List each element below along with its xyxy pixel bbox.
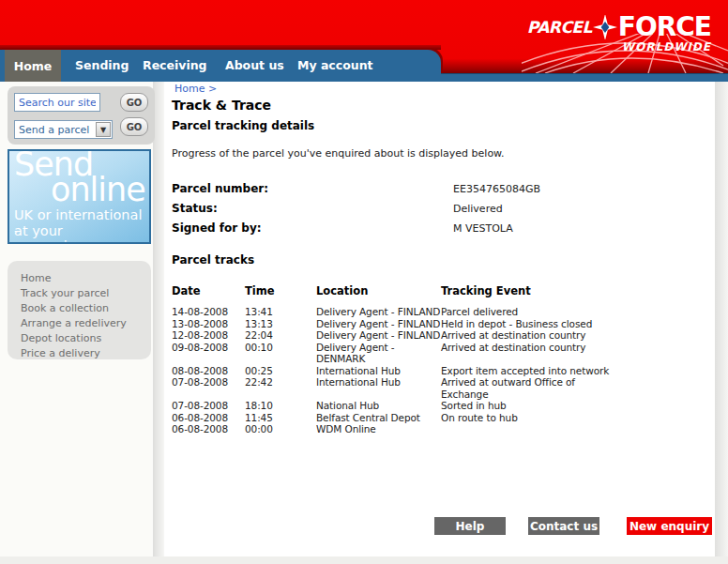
sidebar-nav: Home Track your parcel Book a collection… [8,261,151,359]
cell-time: 13:41 [245,306,316,318]
sidebar-item-arrange-redelivery[interactable]: Arrange a redelivery [21,316,151,331]
cell-location: Delivery Agent - FINLAND [316,306,441,318]
cell-time: 00:25 [245,365,316,377]
cell-location: Delivery Agent - DENMARK [316,342,441,365]
cell-location: WDM Online [316,423,441,435]
table-row: 14-08-200813:41Delivery Agent - FINLANDP… [172,306,715,318]
cell-event: Arrived at destination country [441,329,715,342]
cell-date: 09-08-2008 [172,342,245,365]
logo-parcel-text: PARCEL [527,18,592,37]
signed-for-by-value: M VESTOLA [453,222,513,235]
cell-date: 12-08-2008 [172,329,245,342]
right-edge-strip [715,82,728,564]
table-row: 13-08-200813:13Delivery Agent - FINLANDH… [172,318,715,330]
table-row: 07-08-200818:10National HubSorted in hub [172,400,715,412]
cell-date: 08-08-2008 [172,365,245,377]
cell-event: Held in depot - Business closed [441,318,715,330]
cell-location: National Hub [316,400,441,412]
page-subtitle: Parcel tracking details [172,119,314,132]
col-header-date: Date [172,284,245,306]
table-row: 08-08-200800:25International HubExport i… [172,365,715,377]
col-header-time: Time [245,284,316,306]
parcelforce-logo: PARCEL FORCE WORLDWIDE [527,11,711,53]
breadcrumb-home-link[interactable]: Home [174,83,205,95]
page: PARCEL FORCE WORLDWIDE Home Sending Rece… [0,0,728,564]
cell-location: Belfast Central Depot [316,412,441,424]
cell-time: 11:45 [245,412,316,424]
cell-date: 14-08-2008 [172,306,245,318]
parcel-tracks-table: Date Time Location Tracking Event 14-08-… [172,284,715,435]
nav-item-sending[interactable]: Sending [75,50,129,82]
logo-force-text: FORCE [618,11,711,42]
table-row: 07-08-200822:42International HubArrived … [172,376,715,400]
status-value: Delivered [453,203,503,215]
cell-date: 13-08-2008 [172,318,245,330]
cell-location: Delivery Agent - FINLAND [316,318,441,330]
sidebar-divider [153,82,164,564]
cell-event: Arrived at outward Office of Exchange [441,376,715,400]
cell-time: 13:13 [245,318,316,330]
col-header-event: Tracking Event [441,284,715,306]
search-go-button[interactable]: GO [120,93,148,112]
sidebar-item-price-a-delivery[interactable]: Price a delivery [21,346,151,361]
nav-home-label: Home [14,59,53,73]
sidebar-item-depot-locations[interactable]: Depot locations [21,331,151,346]
table-row: 12-08-200822:04Delivery Agent - FINLANDA… [172,329,715,342]
cell-date: 06-08-2008 [172,412,245,424]
parcel-number-value: EE354765084GB [453,183,540,195]
breadcrumb-separator: > [208,83,217,95]
cell-event [441,423,715,435]
breadcrumb: Home > [174,83,217,95]
parcel-number-label: Parcel number: [172,182,453,195]
sidebar-item-book-a-collection[interactable]: Book a collection [21,301,151,316]
sidebar-item-home[interactable]: Home [21,271,151,286]
cell-date: 06-08-2008 [172,423,245,435]
nav-item-receiving[interactable]: Receiving [143,50,207,82]
chevron-down-icon: ▼ [96,122,111,137]
header-blue-strip [441,73,728,82]
main-navbar: Home Sending Receiving About us My accou… [0,50,441,82]
cell-event: Parcel delivered [441,306,715,318]
table-header-row: Date Time Location Tracking Event [172,284,715,306]
table-row: 06-08-200800:00WDM Online [172,423,715,435]
page-title: Track & Trace [172,98,271,113]
search-input[interactable] [14,93,100,112]
cell-event: Arrived at destination country [441,342,715,365]
cell-date: 07-08-2008 [172,376,245,400]
parcel-go-button[interactable]: GO [120,117,148,136]
cell-time: 00:00 [245,423,316,435]
send-online-promo[interactable]: Send online UK or international – at you… [8,149,151,244]
sidebar-search-box: GO Send a parcel ▼ GO [8,86,155,145]
sidebar-item-track-your-parcel[interactable]: Track your parcel [21,286,151,301]
contact-us-button[interactable]: Contact us [528,517,599,535]
status-label: Status: [172,202,453,215]
col-header-location: Location [316,284,441,306]
cell-event: Sorted in hub [441,400,715,412]
promo-line4: at your convenience [14,223,149,244]
cell-time: 22:42 [245,376,316,400]
cell-date: 07-08-2008 [172,400,245,412]
cell-time: 22:04 [245,329,316,342]
help-button[interactable]: Help [434,517,506,535]
nav-item-my-account[interactable]: My account [297,50,373,82]
table-row: 09-08-200800:10Delivery Agent - DENMARKA… [172,342,715,365]
cell-time: 18:10 [245,400,316,412]
compass-star-icon [593,15,617,39]
cell-event: On route to hub [441,412,715,424]
new-enquiry-button[interactable]: New enquiry [627,517,712,535]
detail-row-status: Status:Delivered [172,198,540,218]
cell-location: International Hub [316,376,441,400]
parcel-details: Parcel number:EE354765084GB Status:Deliv… [172,178,540,237]
logo-worldwide-text: WORLDWIDE [527,40,711,53]
send-parcel-select[interactable]: Send a parcel ▼ [14,120,113,139]
send-parcel-select-value: Send a parcel [15,124,96,136]
promo-online-text: online [51,171,145,208]
parcel-tracks-body: 14-08-200813:41Delivery Agent - FINLANDP… [172,306,715,435]
intro-text: Progress of the parcel you've enquired a… [172,147,505,160]
nav-item-home[interactable]: Home [5,50,61,82]
cell-location: Delivery Agent - FINLAND [316,329,441,342]
parcel-tracks-title: Parcel tracks [172,253,254,267]
nav-item-about-us[interactable]: About us [225,50,284,82]
bottom-edge-strip [0,556,728,564]
table-row: 06-08-200811:45Belfast Central DepotOn r… [172,412,715,424]
